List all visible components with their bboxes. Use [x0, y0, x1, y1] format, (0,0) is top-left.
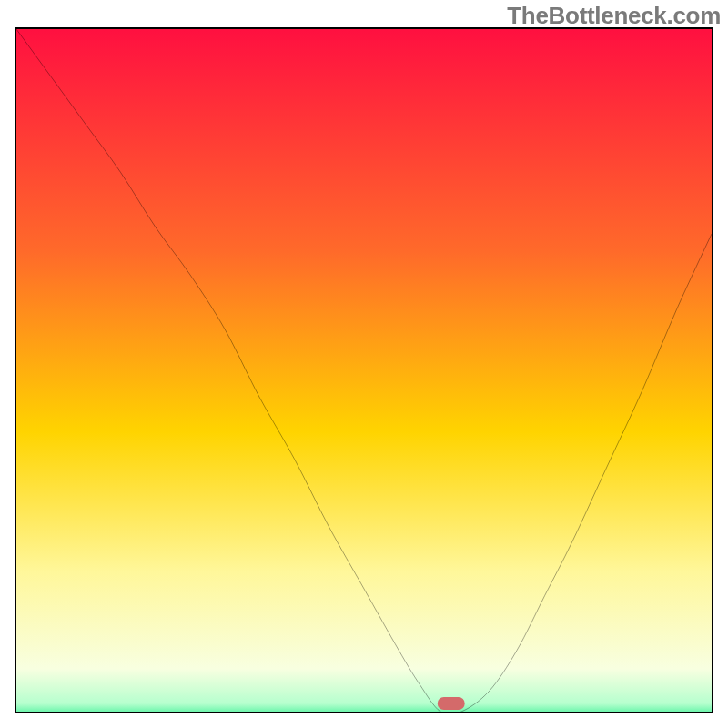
watermark-text: TheBottleneck.com: [507, 2, 721, 30]
bottleneck-chart: TheBottleneck.com: [0, 0, 728, 728]
plot-area: [15, 27, 713, 713]
bottleneck-curve: [16, 29, 712, 712]
optimal-point-marker: [437, 697, 465, 710]
